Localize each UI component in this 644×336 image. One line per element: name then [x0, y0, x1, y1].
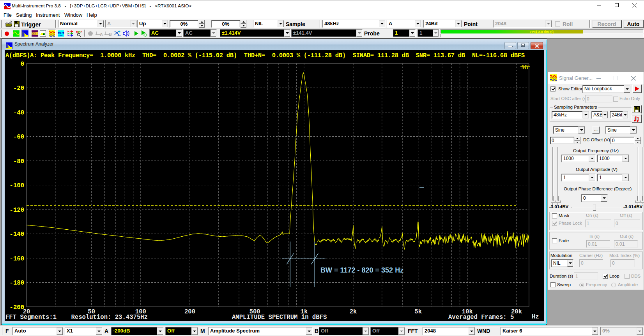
svg-text:0: 0: [21, 61, 24, 68]
svg-text:AMPLITUDE SPECTRUM in dBFS: AMPLITUDE SPECTRUM in dBFS: [232, 314, 327, 321]
svg-text:-80: -80: [13, 158, 24, 165]
svg-text:-120: -120: [10, 207, 24, 214]
svg-text:-140: -140: [10, 231, 24, 238]
svg-text:A(dBFS)A: Peak Frequency= 1.0: A(dBFS)A: Peak Frequency= 1.0000 kHz THD…: [5, 52, 525, 59]
svg-text:-200: -200: [10, 304, 24, 311]
svg-text:B: B: [109, 32, 111, 37]
svg-text:-20: -20: [13, 85, 24, 92]
svg-text:-60: -60: [13, 134, 24, 141]
svg-text:Averaged Frames: 5: Averaged Frames: 5: [448, 314, 514, 321]
svg-text:200: 200: [184, 308, 195, 315]
svg-text:Hz: Hz: [532, 313, 539, 320]
svg-text:-180: -180: [10, 280, 24, 287]
svg-text:5k: 5k: [414, 308, 422, 315]
svg-text:-40: -40: [13, 109, 24, 116]
svg-text:A: A: [100, 32, 103, 37]
svg-text:Mi: Mi: [521, 64, 529, 70]
svg-text:-160: -160: [10, 255, 24, 262]
svg-text:2k: 2k: [350, 308, 357, 315]
svg-text:888: 888: [32, 32, 38, 36]
svg-text:BW = 1172 - 820 = 352 Hz: BW = 1172 - 820 = 352 Hz: [320, 266, 403, 274]
svg-text:-100: -100: [10, 182, 24, 189]
svg-text:FFT Segments:1 Resolution:: FFT Segments:1 Resolution: 23.4375Hz: [5, 314, 148, 321]
svg-text:DUT: DUT: [58, 32, 64, 35]
